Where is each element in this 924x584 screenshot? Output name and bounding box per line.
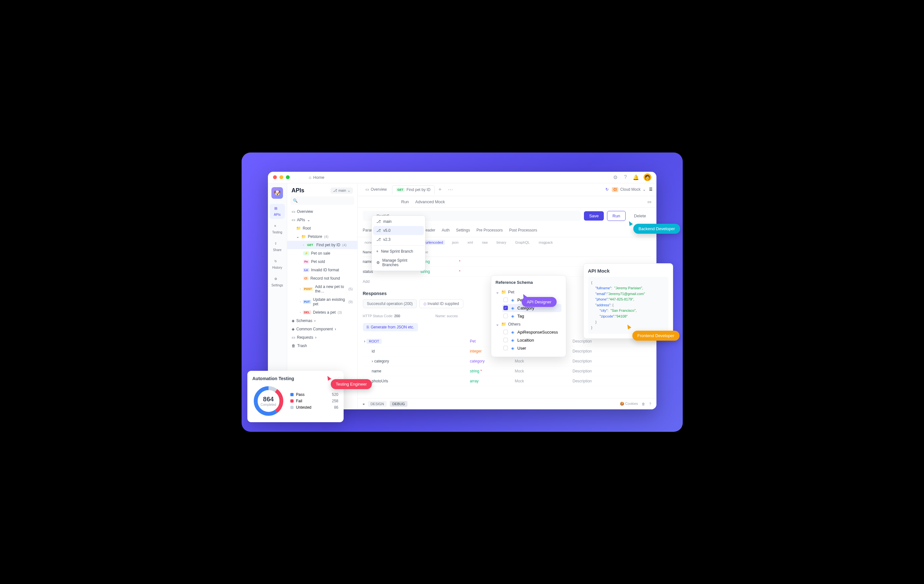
tree-common[interactable]: ◈ Common Component ›	[287, 325, 357, 333]
new-sprint-branch[interactable]: +New Sprint Branch	[373, 247, 424, 256]
schema-row[interactable]: photoUrlsarrayMockDescription	[363, 376, 651, 386]
desc-cell: Description	[573, 369, 592, 373]
delete-button[interactable]: Delete	[629, 211, 651, 220]
branch-selector[interactable]: ⎇ main ⌄	[330, 187, 353, 194]
chevron-right-icon[interactable]: ›	[364, 339, 365, 344]
save-button[interactable]: Save	[584, 211, 604, 220]
role-frontend: Frontend Developer	[632, 331, 680, 341]
endpoint-name: Pet sold	[311, 260, 325, 264]
branch-v5[interactable]: ⎇v5.0	[373, 226, 424, 235]
menu-icon[interactable]: ☰	[649, 187, 653, 192]
ref-item-success[interactable]: ◈ApiResponseSuccess	[502, 328, 561, 336]
endpoint-row[interactable]: ClRecord not found	[287, 274, 357, 283]
endpoint-row[interactable]: PePet sold	[287, 258, 357, 266]
collapse-icon[interactable]: «	[363, 402, 365, 406]
run-button[interactable]: Run	[607, 211, 625, 221]
tree-schemas[interactable]: ◈ Schemas ›	[287, 316, 357, 325]
endpoint-row[interactable]: ⚡Pet on sale	[287, 249, 357, 258]
tree-apis[interactable]: ▭ APIs ⌄	[287, 216, 357, 224]
mock-cell: Mock	[515, 369, 573, 373]
format-raw[interactable]: raw	[480, 240, 490, 245]
body-tab-post[interactable]: Post Processors	[509, 227, 537, 234]
maximize-window[interactable]	[286, 175, 290, 179]
cloud-mock-selector[interactable]: Cl Cloud Mock ⌄	[612, 187, 645, 192]
chevron-right-icon[interactable]: ›	[372, 359, 373, 364]
endpoint-name: Update an existing pet	[313, 297, 347, 306]
ref-item-user[interactable]: ◈User	[502, 344, 561, 352]
desc-col: Description	[573, 339, 592, 344]
schema-row[interactable]: ›categorycategoryMockDescription	[363, 356, 651, 366]
avatar[interactable]: 🧑	[644, 174, 651, 181]
endpoint-row[interactable]: ›GETFind pet by ID(4)	[287, 241, 357, 249]
ref-item-tag[interactable]: ◈Tag	[502, 312, 561, 320]
format-binary[interactable]: binary	[495, 240, 508, 245]
tree-overview[interactable]: ▭ Overview	[287, 207, 357, 216]
generate-button[interactable]: ⎘ Generate from JSON etc.	[363, 323, 418, 331]
endpoint-name: Invalid ID format	[311, 268, 339, 272]
schema-row[interactable]: namestring *MockDescription	[363, 366, 651, 376]
format-json[interactable]: json	[450, 240, 460, 245]
branch-main[interactable]: ⎇main	[373, 217, 424, 226]
rail-apis[interactable]: ▤ APIs	[269, 204, 285, 219]
rail-label: History	[272, 266, 282, 270]
close-window[interactable]	[273, 175, 277, 179]
endpoint-row[interactable]: ›PUTUpdate an existing pet(9)	[287, 295, 357, 308]
ref-folder-pet[interactable]: ⌄📁Pet	[496, 288, 561, 296]
endpoint-count: (9)	[348, 300, 353, 304]
sub-tab-run[interactable]: Run	[401, 199, 409, 204]
format-xml[interactable]: xml	[465, 240, 475, 245]
legend-label: Pass	[296, 392, 305, 397]
design-mode[interactable]: DESIGN	[368, 401, 387, 407]
refresh-icon[interactable]: ↻	[606, 187, 609, 192]
help-icon[interactable]: ?	[623, 175, 628, 180]
resp-tab-invalid[interactable]: ◇ Invalid ID supplied	[419, 299, 463, 308]
format-graphql[interactable]: GraphQL	[513, 240, 531, 245]
tab-label: Overview	[371, 187, 387, 192]
tree-trash[interactable]: 🗑 Trash	[287, 342, 357, 350]
endpoint-row[interactable]: ›DELDeletes a pet(3)	[287, 308, 357, 316]
branch-icon: ⎇	[333, 189, 337, 193]
tab-add[interactable]: +	[436, 185, 444, 194]
search-input[interactable]: 🔍	[290, 197, 354, 205]
branch-v23[interactable]: ⎇v2.3	[373, 235, 424, 244]
tab-more[interactable]: ⋯	[446, 185, 455, 194]
help-icon[interactable]: ?	[649, 402, 651, 406]
ref-folder-others[interactable]: ⌄📁Others	[496, 320, 561, 328]
tab-current[interactable]: GET Find pet by ID	[392, 185, 435, 194]
manage-branches[interactable]: ⚙Manage Sprint Branches	[373, 256, 424, 270]
legend-swatch	[290, 393, 294, 396]
minimize-window[interactable]	[279, 175, 283, 179]
tree-petstore[interactable]: ⌄ 📁 Petstore (4)	[287, 232, 357, 241]
titlebar: ⌂ Home ⚙ ? 🔔 🧑	[268, 172, 657, 183]
rail-share[interactable]: ⇪ Share	[269, 239, 285, 254]
generate-icon: ⎘	[367, 325, 369, 329]
ref-item-location[interactable]: ◈Localtion	[502, 336, 561, 344]
body-tab-auth[interactable]: Auth	[442, 227, 450, 234]
debug-mode[interactable]: DEBUG	[390, 401, 408, 407]
bell-icon[interactable]: 🔔	[633, 175, 639, 180]
endpoint-row[interactable]: ›POSTAdd a new pet to the…(5)	[287, 283, 357, 295]
sub-tab-advanced-mock[interactable]: Advanced Mock	[415, 199, 445, 204]
panel-icon[interactable]: ▭	[647, 199, 651, 204]
body-tab-pre[interactable]: Pre Processors	[477, 227, 503, 234]
cookies-button[interactable]: 🍪 Cookies	[620, 402, 638, 406]
rail-history[interactable]: ↻ History	[269, 257, 285, 272]
format-msgpack[interactable]: msgpack	[537, 240, 555, 245]
home-button[interactable]: ⌂ Home	[309, 175, 325, 180]
trash-icon[interactable]: 🗑	[642, 402, 645, 406]
tree-root[interactable]: 📁 Root	[287, 224, 357, 232]
tree-label: Requests	[297, 335, 314, 340]
legend-value: 520	[332, 392, 338, 397]
legend-swatch	[290, 399, 294, 403]
gear-icon[interactable]: ⚙	[613, 175, 618, 180]
app-logo[interactable]: 🐶	[271, 187, 283, 199]
tab-overview[interactable]: ▭ Overview	[361, 185, 391, 194]
body-tab-settings[interactable]: Settings	[456, 227, 470, 234]
rail-testing[interactable]: ≡ Testing	[269, 222, 285, 237]
resp-tab-200[interactable]: Successful operation (200)	[363, 299, 417, 308]
rail-settings[interactable]: ⚙ Settings	[269, 275, 285, 290]
status-value: 200	[394, 314, 400, 318]
legend-label: Untested	[296, 405, 312, 410]
tree-requests[interactable]: ▭ Requests ›	[287, 333, 357, 342]
endpoint-row[interactable]: LoInvalid ID format	[287, 266, 357, 274]
